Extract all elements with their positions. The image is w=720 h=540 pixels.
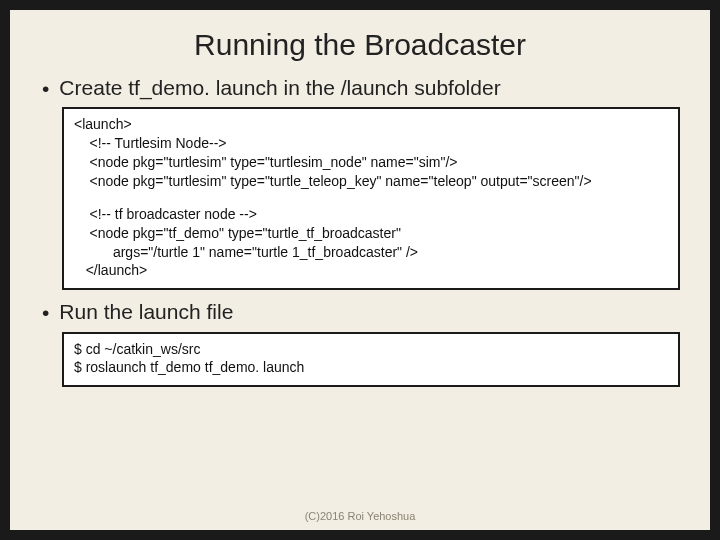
bullet-run-launch: • Run the launch file	[40, 300, 680, 325]
bullet-dot-icon: •	[42, 300, 49, 325]
code-line: <launch>	[74, 116, 132, 132]
code-line: $ roslaunch tf_demo tf_demo. launch	[74, 359, 304, 375]
code-line: <node pkg="turtlesim" type="turtle_teleo…	[74, 173, 592, 189]
code-line: <node pkg="tf_demo" type="turtle_tf_broa…	[74, 225, 401, 241]
code-line: args="/turtle 1" name="turtle 1_tf_broad…	[74, 244, 418, 260]
code-line: <!-- tf broadcaster node -->	[74, 206, 257, 222]
bullet-dot-icon: •	[42, 76, 49, 101]
code-box-launch-file: <launch> <!-- Turtlesim Node--> <node pk…	[62, 107, 680, 290]
code-line: <!-- Turtlesim Node-->	[74, 135, 226, 151]
slide: Running the Broadcaster • Create tf_demo…	[10, 10, 710, 530]
code-line: $ cd ~/catkin_ws/src	[74, 341, 200, 357]
code-line: <node pkg="turtlesim" type="turtlesim_no…	[74, 154, 458, 170]
bullet-create-launch: • Create tf_demo. launch in the /launch …	[40, 76, 680, 101]
bullet-text: Create tf_demo. launch in the /launch su…	[59, 76, 500, 100]
code-box-commands: $ cd ~/catkin_ws/src $ roslaunch tf_demo…	[62, 332, 680, 388]
code-line: </launch>	[74, 262, 147, 278]
slide-title: Running the Broadcaster	[40, 28, 680, 62]
footer-copyright: (C)2016 Roi Yehoshua	[10, 510, 710, 522]
bullet-text: Run the launch file	[59, 300, 233, 324]
